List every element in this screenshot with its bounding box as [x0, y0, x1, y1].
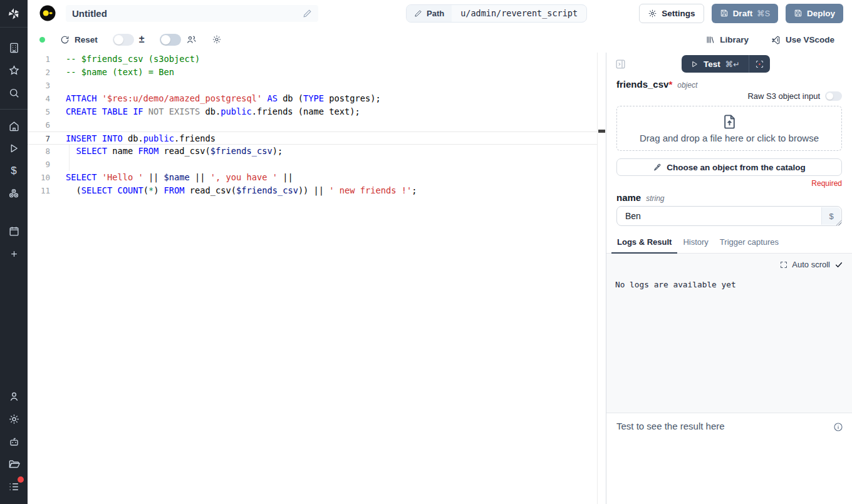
- expand-icon[interactable]: [780, 261, 787, 269]
- code-editor[interactable]: 1-- $friends_csv (s3object)2-- $name (te…: [28, 53, 606, 504]
- editor-toolbar: Reset ±: [28, 26, 852, 53]
- choose-object-button[interactable]: Choose an object from the catalog: [616, 158, 842, 176]
- sidebar: $: [0, 0, 28, 504]
- calendar-icon[interactable]: [0, 220, 28, 242]
- duckdb-logo: [39, 5, 56, 21]
- code-line[interactable]: 4ATTACH '$res:u/demo/amazed_postgresql' …: [28, 92, 597, 105]
- edit-title-pencil-icon[interactable]: [303, 9, 312, 18]
- arg-friends-csv-type: object: [677, 81, 697, 90]
- collapse-panel-icon[interactable]: [615, 59, 626, 69]
- draft-label: Draft: [733, 9, 753, 18]
- arg-name-label: name: [616, 192, 641, 203]
- code-line[interactable]: 10SELECT 'Hello ' || $name || ', you hav…: [28, 171, 597, 184]
- auto-scroll-control[interactable]: Auto scroll: [615, 260, 843, 269]
- plus-icon[interactable]: [0, 242, 28, 265]
- code-line[interactable]: 11 (SELECT COUNT(*) FROM read_csv($frien…: [28, 184, 597, 197]
- user-icon[interactable]: [0, 385, 28, 408]
- multiplayer-toggle[interactable]: [160, 34, 197, 46]
- editor-scrollbar[interactable]: [597, 53, 606, 504]
- raw-s3-label: Raw S3 object input: [747, 91, 820, 101]
- line-number: 1: [28, 53, 50, 66]
- code-line[interactable]: 6: [28, 118, 597, 131]
- line-number: 5: [28, 105, 50, 118]
- test-shortcut: ⌘↵: [725, 59, 740, 69]
- result-placeholder: Test to see the result here: [616, 421, 725, 431]
- save-icon: [794, 9, 803, 18]
- draft-button[interactable]: Draft ⌘S: [712, 4, 778, 23]
- test-label: Test: [704, 59, 720, 69]
- status-dot: [39, 37, 45, 43]
- building-icon[interactable]: [0, 36, 28, 59]
- capture-button[interactable]: [749, 55, 770, 73]
- save-icon: [720, 9, 729, 18]
- info-icon[interactable]: [833, 422, 843, 432]
- toggle-switch[interactable]: [160, 34, 181, 46]
- raw-s3-toggle[interactable]: [825, 91, 842, 101]
- path-value: u/admin/reverent_script: [452, 5, 586, 22]
- settings-label: Settings: [662, 9, 695, 18]
- editor-settings-button[interactable]: [212, 34, 222, 44]
- line-number: 7: [28, 132, 50, 145]
- line-number: 8: [28, 145, 50, 158]
- choose-object-label: Choose an object from the catalog: [667, 163, 805, 172]
- library-button[interactable]: Library: [705, 35, 749, 44]
- gear-icon[interactable]: [0, 408, 28, 430]
- deploy-button[interactable]: Deploy: [786, 4, 843, 23]
- file-dropzone[interactable]: Drag and drop a file here or click to br…: [616, 106, 842, 151]
- library-icon: [705, 35, 715, 44]
- line-number: 3: [28, 79, 50, 92]
- test-panel-header: Test ⌘↵: [606, 53, 852, 76]
- line-number: 11: [28, 184, 50, 197]
- vscode-icon: [771, 35, 781, 44]
- code-line[interactable]: 9: [28, 158, 597, 171]
- result-pane: Test to see the result here: [606, 413, 852, 504]
- test-panel: Test ⌘↵ friends_csv* object Raw S: [606, 53, 852, 504]
- code-line[interactable]: 1-- $friends_csv (s3object): [28, 53, 597, 66]
- name-input[interactable]: [616, 206, 842, 226]
- dollar-icon[interactable]: $: [0, 160, 28, 182]
- edit-path-pencil-icon: [414, 9, 422, 18]
- windmill-logo[interactable]: [0, 0, 28, 28]
- line-number: 2: [28, 66, 50, 79]
- search-icon[interactable]: [0, 81, 28, 104]
- check-icon[interactable]: [834, 260, 843, 269]
- test-button[interactable]: Test ⌘↵: [682, 55, 749, 73]
- logs-pane: Auto scroll No logs are available yet: [606, 254, 852, 413]
- reset-label: Reset: [75, 35, 98, 44]
- code-line[interactable]: 8 SELECT name FROM read_csv($friends_csv…: [28, 145, 597, 158]
- file-upload-icon: [721, 113, 738, 130]
- line-number: 9: [28, 158, 50, 171]
- required-star: *: [668, 79, 672, 90]
- app-window: $: [0, 0, 852, 504]
- tab-history[interactable]: History: [677, 237, 714, 253]
- toggle-switch[interactable]: [113, 34, 134, 46]
- gear-icon: [648, 9, 657, 18]
- folder-icon[interactable]: [0, 453, 28, 475]
- vscode-label: Use VScode: [786, 35, 834, 44]
- diff-toggle[interactable]: ±: [113, 34, 145, 46]
- tab-trigger-captures[interactable]: Trigger captures: [714, 237, 784, 253]
- home-icon[interactable]: [0, 115, 28, 137]
- list-icon[interactable]: [0, 475, 28, 498]
- robot-icon[interactable]: [0, 430, 28, 453]
- code-lines: 1-- $friends_csv (s3object)2-- $name (te…: [28, 53, 597, 504]
- path-label: Path: [427, 9, 444, 18]
- draft-shortcut: ⌘S: [757, 9, 770, 18]
- settings-button[interactable]: Settings: [639, 4, 704, 23]
- star-icon[interactable]: [0, 59, 28, 81]
- use-vscode-button[interactable]: Use VScode: [771, 35, 834, 44]
- boxes-icon[interactable]: [0, 182, 28, 205]
- code-line[interactable]: 7INSERT INTO db.public.friends: [28, 131, 597, 145]
- code-line[interactable]: 2-- $name (text) = Ben: [28, 66, 597, 79]
- script-title-field[interactable]: Untitled: [66, 5, 318, 22]
- path-button[interactable]: Path u/admin/reverent_script: [406, 4, 587, 23]
- code-line[interactable]: 5CREATE TABLE IF NOT EXISTS db.public.fr…: [28, 105, 597, 118]
- arg-name-type: string: [646, 194, 664, 203]
- tab-logs-result[interactable]: Logs & Result: [611, 237, 677, 254]
- code-line[interactable]: 3: [28, 79, 597, 92]
- resize-handle[interactable]: [836, 220, 841, 225]
- topbar: Untitled Path u/admin/reverent_script: [28, 0, 852, 26]
- play-icon[interactable]: [0, 137, 28, 160]
- reset-button[interactable]: Reset: [60, 35, 98, 44]
- notification-badge: [18, 476, 24, 483]
